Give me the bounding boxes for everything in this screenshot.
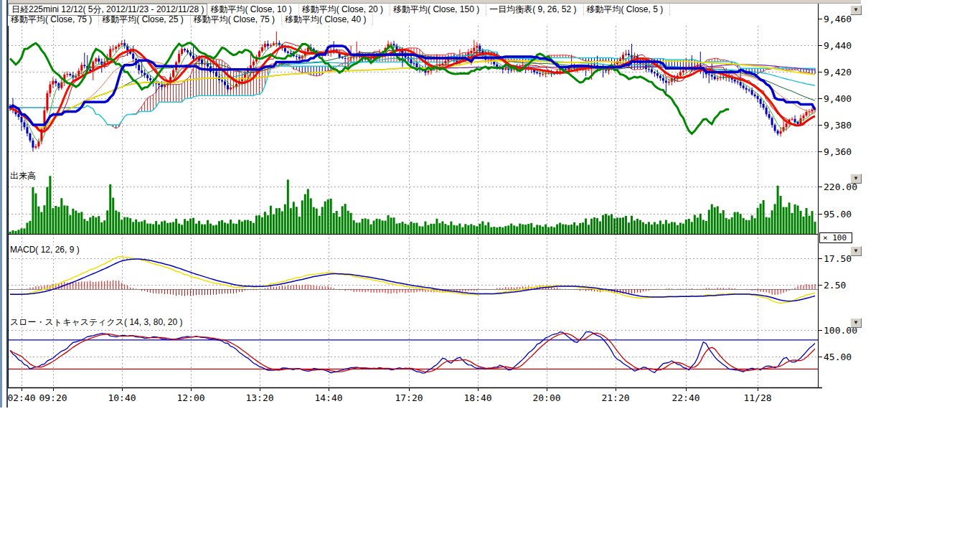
chevron-down-icon: ▼ — [851, 6, 861, 14]
x-axis-label: 10:40 — [108, 392, 136, 403]
y-axis-label: 9,440 — [824, 40, 852, 51]
y-axis-label: 9,420 — [824, 67, 852, 77]
x-axis-label: 14:40 — [314, 392, 342, 403]
x-axis-label: 21:20 — [601, 392, 629, 403]
x-axis-label: 09:20 — [39, 392, 67, 403]
volume-panel-label: 出来高 — [10, 171, 38, 181]
window-left-edge — [0, 0, 8, 408]
legend-item[interactable]: 一目均衡表( 9, 26, 52 ) — [486, 4, 583, 15]
x-axis-label: 17:20 — [395, 392, 423, 403]
x-axis-label: 22:40 — [672, 392, 699, 403]
legend-item[interactable]: 移動平均( Close, 10 ) — [207, 4, 298, 15]
indicator-legend: 日経225mini 12/12( 5分, 2012/11/23 - 2012/1… — [8, 4, 811, 26]
y-axis-label: 45.00 — [824, 352, 852, 362]
chart-window: 9,4609,4409,4209,4009,3809,360220.0095.0… — [0, 0, 980, 551]
x-axis-label: 20:00 — [532, 392, 560, 403]
price-panel-menu-button[interactable]: ▼ — [850, 5, 862, 15]
x-axis-label: 11/28 — [743, 392, 771, 403]
y-axis-label: 9,400 — [824, 93, 852, 104]
stoch-panel-menu-button[interactable]: ▼ — [850, 318, 862, 328]
legend-item[interactable]: 移動平均( Close, 5 ) — [584, 4, 671, 15]
legend-item[interactable]: 移動平均( Close, 25 ) — [99, 14, 190, 25]
legend-row-2: 移動平均( Close, 75 )移動平均( Close, 25 )移動平均( … — [8, 14, 811, 25]
macd-lines — [10, 257, 815, 303]
macd-panel-menu-button[interactable]: ▼ — [850, 246, 862, 256]
legend-item[interactable]: 移動平均( Close, 150 ) — [390, 4, 486, 15]
ma-lines — [10, 42, 815, 142]
legend-row-1: 日経225mini 12/12( 5分, 2012/11/23 - 2012/1… — [8, 4, 811, 14]
volume-bars — [9, 176, 816, 234]
chart-plot-area[interactable]: 9,4609,4409,4209,4009,3809,360220.0095.0… — [0, 0, 864, 409]
chevron-down-icon: ▼ — [851, 174, 861, 182]
legend-item[interactable]: 移動平均( Close, 40 ) — [282, 14, 373, 25]
y-axis-label: 2.50 — [824, 280, 846, 291]
stoch-panel-label: スロー・ストキャスティクス( 14, 3, 80, 20 ) — [10, 318, 184, 327]
stoch-lines — [10, 331, 815, 373]
chevron-down-icon: ▼ — [851, 247, 861, 255]
y-axis-label: 9,460 — [824, 14, 852, 24]
x-axis-label: 02:40 — [7, 392, 35, 403]
x-axis-label: 13:20 — [245, 392, 273, 403]
legend-item[interactable]: 移動平均( Close, 20 ) — [299, 4, 390, 15]
x-axis-label: 12:00 — [176, 392, 204, 403]
legend-item[interactable]: 移動平均( Close, 75 ) — [8, 14, 99, 25]
volume-panel-menu-button[interactable]: ▼ — [850, 174, 862, 184]
y-axis-label: 9,380 — [824, 120, 852, 131]
y-axis-label: 9,360 — [824, 146, 852, 157]
y-axis-label: 95.00 — [824, 209, 852, 220]
x-axis-label: 18:40 — [463, 392, 491, 403]
ichimoku-cloud — [10, 48, 815, 128]
chevron-down-icon: ▼ — [851, 319, 861, 326]
macd-panel-label: MACD( 12, 26, 9 ) — [10, 245, 82, 255]
legend-item[interactable]: 移動平均( Close, 75 ) — [191, 14, 282, 25]
gridlines — [8, 26, 818, 387]
y-axis-label: 17.50 — [824, 253, 852, 264]
volume-multiplier-badge: × 100 — [819, 232, 852, 243]
